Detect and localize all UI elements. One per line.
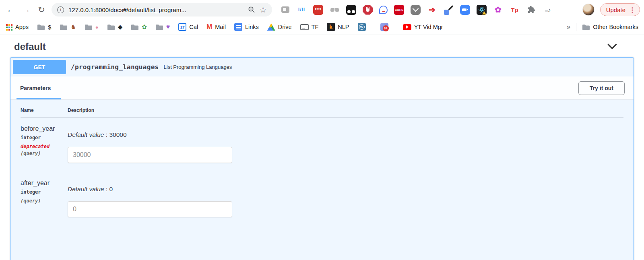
folder-emoji: ♥	[166, 23, 170, 31]
collapse-chevron-icon[interactable]	[607, 43, 618, 51]
section-title: default	[14, 41, 46, 52]
operation-summary[interactable]: GET /programming_languages List Programm…	[10, 58, 634, 76]
address-bar[interactable]: i 127.0.0.1:8000/docs#/default/list_prog…	[52, 3, 272, 17]
column-description-header: Description	[68, 107, 94, 113]
bookmarks-overflow-icon[interactable]: »	[567, 23, 570, 31]
google-drive-icon	[267, 23, 275, 31]
cors-extension-icon[interactable]: CORS	[394, 5, 404, 15]
color-picker-extension-icon[interactable]	[444, 5, 454, 15]
folder-icon	[85, 24, 93, 30]
bookmark-gmail[interactable]: M Mail	[206, 23, 226, 31]
back-icon[interactable]: ←	[4, 3, 18, 17]
share-arrow-extension-icon[interactable]: ➔	[427, 5, 437, 15]
param-input-after-year[interactable]	[68, 201, 232, 217]
bookmark-links[interactable]: Links	[234, 23, 259, 31]
default-value-label: Default value	[68, 186, 104, 192]
bookmark-label: Other Bookmarks	[593, 24, 638, 30]
separator: :	[104, 186, 109, 192]
card-icon	[300, 24, 309, 30]
separator: :	[104, 131, 109, 138]
folder-icon	[107, 24, 115, 30]
bookmark-star-icon[interactable]: ☆	[260, 5, 266, 14]
wordpress-icon: W	[358, 23, 366, 31]
url-text: 127.0.0.1:8000/docs#/default/list_progra…	[68, 6, 244, 13]
folder-emoji: $	[48, 24, 51, 31]
screenshot-extension-icon[interactable]	[280, 5, 290, 15]
folder-icon	[60, 24, 68, 30]
param-default-line: Default value : 0	[68, 186, 623, 193]
playlist-extension-icon[interactable]: ≡♪	[543, 5, 553, 15]
column-name-header: Name	[21, 107, 68, 113]
browser-toolbar: ← → ↻ i 127.0.0.1:8000/docs#/default/lis…	[0, 0, 644, 19]
divider	[576, 23, 576, 31]
bookmark-label: TF	[312, 24, 319, 30]
extensions-row: I/II ••• CORS ➔ ✿ Tp ≡♪	[280, 5, 578, 15]
default-value: 30000	[109, 131, 126, 138]
param-name: after_year	[21, 180, 68, 187]
operation-path: /programming_languages	[71, 63, 159, 71]
update-label: Update	[606, 6, 625, 13]
bookmark-folder-money[interactable]: $	[37, 24, 51, 31]
chat-bubble-extension-icon[interactable]	[379, 6, 388, 14]
kaggle-icon: k	[327, 23, 335, 31]
binoculars-extension-icon[interactable]	[330, 5, 340, 15]
bookmark-label: Drive	[278, 24, 292, 30]
profile-avatar[interactable]	[582, 4, 594, 16]
folder-icon	[155, 24, 163, 30]
update-button[interactable]: Update ⋮	[600, 3, 640, 16]
react-devtools-extension-icon[interactable]	[477, 5, 487, 15]
bookmark-label: NLP	[338, 24, 349, 30]
bookmarks-bar: Apps $ ♞ ● ◆ ✿ ♥ 27 Cal M Mail Links Dri…	[0, 19, 644, 35]
other-bookmarks[interactable]: Other Bookmarks	[582, 24, 638, 30]
dark-reader-extension-icon[interactable]	[346, 5, 356, 15]
folder-emoji: ♞	[70, 23, 76, 31]
param-row-after-year: after_year integer (query) Default value…	[21, 172, 623, 226]
folder-icon	[37, 24, 45, 30]
links-icon	[234, 23, 242, 31]
bookmark-label: Mail	[215, 24, 226, 30]
bookmark-drive[interactable]: Drive	[267, 23, 292, 31]
zoom-out-icon[interactable]	[248, 6, 255, 13]
adblock-hand-extension-icon[interactable]	[363, 5, 373, 15]
reload-icon[interactable]: ↻	[35, 3, 48, 17]
badge-34-icon: 34	[380, 23, 388, 31]
table-header: Name Description	[21, 107, 623, 118]
bookmark-label: Apps	[15, 24, 29, 30]
param-default-line: Default value : 30000	[68, 131, 623, 138]
opblock-get: GET /programming_languages List Programm…	[10, 57, 634, 260]
wayback-machine-extension-icon[interactable]: I/II	[297, 5, 307, 15]
bookmark-label: Cal	[189, 24, 198, 30]
bookmark-youtube[interactable]: YT Vid Mgr	[403, 24, 443, 30]
param-name: before_year	[21, 125, 68, 132]
bookmark-badge34[interactable]: 34 _	[380, 23, 394, 31]
default-value: 0	[109, 186, 113, 192]
extensions-puzzle-icon[interactable]	[526, 5, 536, 15]
pocket-extension-icon[interactable]	[411, 5, 421, 15]
bookmark-folder-heart[interactable]: ♥	[155, 23, 170, 31]
try-it-out-button[interactable]: Try it out	[578, 81, 625, 95]
lastpass-extension-icon[interactable]: •••	[313, 5, 323, 15]
bookmark-tf[interactable]: TF	[300, 24, 319, 30]
flower-extension-icon[interactable]: ✿	[493, 5, 503, 15]
bookmark-apps[interactable]: Apps	[6, 24, 29, 31]
param-deprecated-label: deprecated	[21, 144, 68, 149]
badge-number: 34	[383, 25, 389, 31]
bookmark-nlp[interactable]: k NLP	[327, 23, 349, 31]
bookmark-wordpress[interactable]: W _	[358, 23, 372, 31]
bookmark-folder-horse[interactable]: ♞	[60, 23, 76, 31]
browser-menu-dots-icon[interactable]: ⋮	[629, 6, 636, 14]
bookmark-folder-herb[interactable]: ✿	[131, 23, 147, 31]
forward-icon[interactable]: →	[19, 3, 33, 17]
zoom-camera-extension-icon[interactable]	[460, 5, 470, 15]
bookmark-folder-education[interactable]: ◆	[107, 23, 123, 31]
wordpress-w: W	[359, 24, 365, 30]
tag-section-header[interactable]: default	[10, 38, 634, 57]
tp-extension-icon[interactable]: Tp	[510, 5, 520, 15]
folder-emoji: ◆	[118, 23, 123, 31]
bookmark-calendar[interactable]: 27 Cal	[178, 23, 198, 31]
param-input-before-year[interactable]	[68, 147, 232, 163]
bookmark-folder-brain[interactable]: ●	[85, 24, 99, 30]
bookmark-label: _	[369, 24, 372, 30]
tab-parameters[interactable]: Parameters	[20, 76, 51, 99]
page-info-icon[interactable]: i	[57, 6, 64, 13]
